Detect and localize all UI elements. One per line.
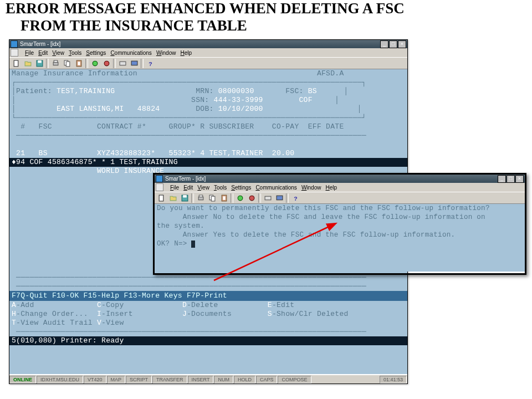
sb-num: NUM: [214, 376, 233, 383]
mdi-icon[interactable]: [156, 183, 163, 191]
window-title: SmarTerm - [idx]: [20, 41, 60, 47]
tb-help-icon[interactable]: ?: [145, 58, 156, 69]
tb-screen-icon[interactable]: [274, 193, 285, 203]
tb-keyboard-icon[interactable]: [262, 193, 273, 203]
mdi-icon[interactable]: [11, 49, 18, 57]
svg-rect-17: [198, 197, 203, 200]
tb-save-icon[interactable]: [34, 58, 45, 69]
menu-tools[interactable]: Tools: [214, 185, 227, 191]
svg-rect-4: [54, 60, 58, 62]
dialog-toolbar: ?: [155, 192, 525, 204]
svg-rect-25: [265, 196, 271, 200]
tb-print-icon[interactable]: [50, 58, 61, 69]
svg-line-28: [214, 225, 332, 280]
menu-settings[interactable]: Settings: [86, 50, 106, 56]
sb-insert: INSERT: [188, 376, 214, 383]
sb-caps: CAPS: [256, 376, 278, 383]
sb-time: 01:41:53: [380, 376, 407, 383]
svg-rect-8: [78, 62, 80, 65]
sb-hold: HOLD: [234, 376, 255, 383]
menu-edit[interactable]: Edit: [183, 185, 193, 191]
table-row-selected[interactable]: ♦94 COF 4586346875* * 1 TEST,TRAINING: [9, 158, 407, 167]
sb-script: SCRIPT: [126, 376, 152, 383]
tb-connect-icon[interactable]: [89, 58, 100, 69]
dialog-window-title: SmarTerm - [idx]: [165, 176, 206, 182]
maximize-button[interactable]: □: [507, 175, 515, 183]
app-icon: [11, 40, 18, 48]
menu-view[interactable]: View: [197, 185, 209, 191]
tb-screen-icon[interactable]: [129, 58, 140, 69]
sb-host: IDXHT.MSU.EDU: [37, 376, 83, 383]
minimize-button[interactable]: _: [498, 175, 506, 183]
sb-compose: COMPOSE: [278, 376, 311, 383]
menu-edit[interactable]: Edit: [38, 50, 48, 56]
tb-paste-icon[interactable]: [218, 193, 229, 203]
callout-arrow-icon: [197, 221, 347, 287]
menu-help[interactable]: Help: [180, 50, 192, 56]
svg-rect-6: [66, 62, 70, 66]
svg-rect-11: [120, 62, 126, 65]
tb-new-icon[interactable]: [11, 58, 22, 69]
svg-point-23: [238, 196, 243, 201]
svg-rect-26: [277, 196, 283, 200]
menu-window[interactable]: Window: [301, 185, 321, 191]
maximize-button[interactable]: □: [389, 40, 397, 48]
menu-tools[interactable]: Tools: [69, 50, 81, 56]
statusbar: ONLINE IDXHT.MSU.EDU VT420 MAP SCRIPT TR…: [9, 375, 407, 383]
column-headers: # FSC CONTRACT #* GROUP* R SUBSCRIBER CO…: [9, 122, 407, 131]
tb-print-icon[interactable]: [195, 193, 206, 203]
app-icon: [156, 175, 163, 182]
menu-file[interactable]: File: [170, 185, 179, 191]
sb-emul: VT420: [84, 376, 106, 383]
menu-file[interactable]: File: [25, 50, 34, 56]
menu-view[interactable]: View: [52, 50, 64, 56]
svg-rect-20: [211, 196, 215, 201]
svg-point-9: [93, 61, 98, 66]
svg-text:?: ?: [149, 60, 152, 66]
tb-keyboard-icon[interactable]: [117, 58, 128, 69]
menu-communications[interactable]: Communications: [255, 185, 297, 191]
sb-transfer: TRANSFER: [152, 376, 187, 383]
sb-map: MAP: [107, 376, 126, 383]
tb-paste-icon[interactable]: [73, 58, 84, 69]
menu-settings[interactable]: Settings: [231, 185, 251, 191]
tb-connect-icon[interactable]: [234, 193, 245, 203]
tb-copy-icon[interactable]: [62, 58, 73, 69]
svg-rect-18: [199, 195, 203, 197]
tb-open-icon[interactable]: [167, 193, 178, 203]
toolbar: ?: [9, 57, 407, 69]
tb-disconnect-icon[interactable]: [101, 58, 112, 69]
tb-open-icon[interactable]: [22, 58, 33, 69]
svg-rect-0: [14, 60, 18, 66]
slide-title: ERROR MESSAGE ENHANCED WHEN DELETING A F…: [6, 0, 405, 34]
minimize-button[interactable]: _: [380, 40, 388, 48]
tb-help-icon[interactable]: ?: [290, 193, 301, 203]
svg-rect-22: [223, 196, 225, 200]
svg-rect-3: [53, 62, 58, 65]
dialog-titlebar[interactable]: SmarTerm - [idx] _ □ ×: [155, 175, 525, 183]
cursor: [191, 241, 195, 248]
close-button[interactable]: ×: [398, 40, 406, 48]
tb-disconnect-icon[interactable]: [246, 193, 257, 203]
menu-window[interactable]: Window: [156, 50, 176, 56]
sb-online: ONLINE: [9, 376, 36, 383]
svg-rect-16: [183, 195, 187, 197]
titlebar[interactable]: SmarTerm - [idx] _ □ ×: [9, 40, 407, 48]
tb-save-icon[interactable]: [179, 193, 190, 203]
svg-rect-2: [38, 60, 42, 63]
close-button[interactable]: ×: [515, 175, 524, 183]
bottom-status: 5(010,080) Printer: Ready: [9, 336, 407, 345]
fkey-bar[interactable]: F7Q-Quit F10-OK F15-Help F13-More Keys F…: [9, 291, 407, 301]
menu-communications[interactable]: Communications: [110, 50, 152, 56]
svg-point-10: [104, 61, 109, 66]
tb-copy-icon[interactable]: [207, 193, 218, 203]
menu-help[interactable]: Help: [325, 185, 337, 191]
svg-point-24: [249, 196, 254, 201]
svg-text:?: ?: [294, 195, 298, 201]
menubar[interactable]: File Edit View Tools Settings Communicat…: [9, 48, 407, 57]
svg-rect-12: [131, 61, 137, 65]
svg-rect-14: [159, 195, 163, 201]
tb-new-icon[interactable]: [156, 193, 167, 203]
dialog-menubar[interactable]: File Edit View Tools Settings Communicat…: [155, 183, 525, 192]
table-row[interactable]: 21 BS XYZ432888323* 55323* 4 TEST,TRAINE…: [9, 149, 407, 158]
